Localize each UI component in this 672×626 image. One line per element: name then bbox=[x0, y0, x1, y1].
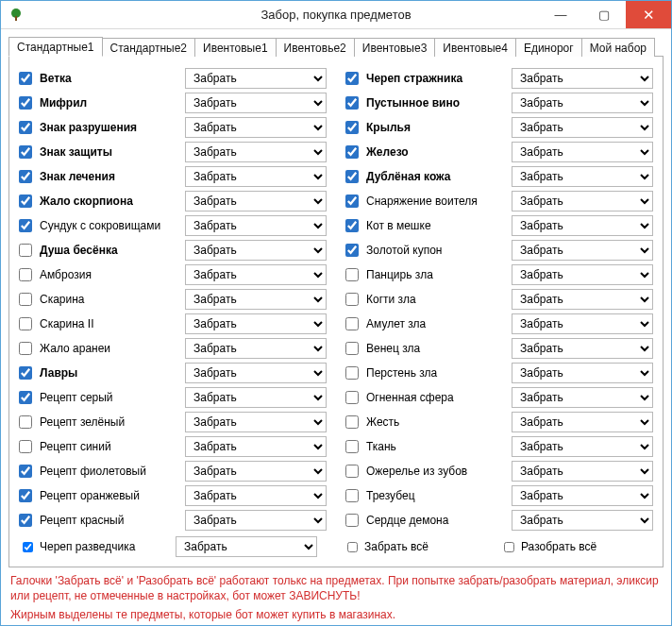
item-checkbox[interactable] bbox=[345, 415, 359, 429]
tab-1[interactable]: Стандартные2 bbox=[102, 38, 196, 57]
item-action-select[interactable]: Забрать bbox=[185, 485, 327, 506]
item-action-select[interactable]: Забрать bbox=[512, 338, 653, 359]
item-action-select[interactable]: Забрать bbox=[176, 536, 317, 557]
window-buttons: — ▢ ✕ bbox=[539, 1, 671, 28]
close-button[interactable]: ✕ bbox=[626, 1, 671, 28]
item-action-select[interactable]: Забрать bbox=[185, 510, 327, 531]
item-checkbox[interactable] bbox=[345, 219, 359, 232]
item-action-select[interactable]: Забрать bbox=[512, 117, 653, 138]
item-checkbox[interactable] bbox=[345, 514, 359, 527]
item-checkbox[interactable] bbox=[345, 317, 359, 330]
item-action-select[interactable]: Забрать bbox=[512, 215, 653, 236]
item-checkbox[interactable] bbox=[19, 465, 32, 478]
item-checkbox[interactable] bbox=[345, 268, 359, 281]
item-checkbox[interactable] bbox=[345, 465, 359, 478]
item-checkbox[interactable] bbox=[19, 342, 32, 355]
item-checkbox[interactable] bbox=[345, 366, 359, 380]
item-checkbox[interactable] bbox=[345, 440, 359, 453]
item-action-select[interactable]: Забрать bbox=[185, 117, 327, 138]
item-label: Череп стражника bbox=[366, 72, 508, 85]
item-label: Знак защиты bbox=[40, 145, 181, 159]
item-action-select[interactable]: Забрать bbox=[185, 387, 327, 408]
tab-0[interactable]: Стандартные1 bbox=[8, 37, 103, 57]
tab-5[interactable]: Ивентовые4 bbox=[434, 38, 516, 57]
item-action-select[interactable]: Забрать bbox=[512, 313, 653, 334]
item-action-select[interactable]: Забрать bbox=[185, 191, 327, 211]
item-checkbox[interactable] bbox=[345, 391, 359, 404]
item-action-select[interactable]: Забрать bbox=[512, 93, 653, 113]
item-checkbox[interactable] bbox=[19, 219, 32, 232]
disassemble-all-checkbox[interactable] bbox=[504, 541, 514, 553]
item-checkbox[interactable] bbox=[19, 145, 32, 159]
item-action-select[interactable]: Забрать bbox=[512, 436, 653, 457]
item-checkbox[interactable] bbox=[19, 415, 32, 429]
item-label: Ткань bbox=[366, 440, 508, 453]
item-action-select[interactable]: Забрать bbox=[512, 240, 653, 261]
item-checkbox[interactable] bbox=[19, 293, 32, 306]
item-checkbox[interactable] bbox=[345, 72, 359, 85]
item-checkbox[interactable] bbox=[23, 541, 33, 553]
item-checkbox[interactable] bbox=[19, 195, 32, 208]
item-checkbox[interactable] bbox=[345, 342, 359, 355]
item-action-select[interactable]: Забрать bbox=[185, 412, 327, 432]
item-action-select[interactable]: Забрать bbox=[512, 461, 653, 482]
item-action-select[interactable]: Забрать bbox=[512, 142, 653, 162]
maximize-button[interactable]: ▢ bbox=[582, 1, 626, 28]
item-checkbox[interactable] bbox=[19, 268, 32, 281]
item-checkbox[interactable] bbox=[19, 440, 32, 453]
item-checkbox[interactable] bbox=[19, 170, 32, 183]
item-action-select[interactable]: Забрать bbox=[512, 68, 653, 89]
item-checkbox[interactable] bbox=[19, 366, 32, 380]
item-checkbox[interactable] bbox=[19, 121, 32, 134]
item-checkbox[interactable] bbox=[19, 96, 32, 110]
item-action-select[interactable]: Забрать bbox=[512, 485, 653, 506]
item-action-select[interactable]: Забрать bbox=[185, 461, 327, 482]
minimize-button[interactable]: — bbox=[539, 1, 582, 28]
item-checkbox[interactable] bbox=[345, 121, 359, 134]
take-all-checkbox[interactable] bbox=[347, 541, 358, 553]
item-row: Знак леченияЗабрать bbox=[19, 164, 327, 189]
item-action-select[interactable]: Забрать bbox=[512, 264, 653, 285]
tab-6[interactable]: Единорог bbox=[515, 38, 582, 57]
item-checkbox[interactable] bbox=[19, 244, 32, 257]
tab-3[interactable]: Ивентовье2 bbox=[276, 38, 355, 57]
item-checkbox[interactable] bbox=[19, 317, 32, 330]
item-action-select[interactable]: Забрать bbox=[185, 215, 327, 236]
item-action-select[interactable]: Забрать bbox=[512, 166, 653, 187]
item-action-select[interactable]: Забрать bbox=[185, 142, 327, 162]
item-checkbox[interactable] bbox=[345, 170, 359, 183]
item-label: Сундук с сокровищами bbox=[40, 219, 181, 232]
item-action-select[interactable]: Забрать bbox=[185, 240, 327, 261]
item-action-select[interactable]: Забрать bbox=[512, 510, 653, 531]
item-action-select[interactable]: Забрать bbox=[185, 93, 327, 113]
item-action-select[interactable]: Забрать bbox=[512, 387, 653, 408]
item-action-select[interactable]: Забрать bbox=[185, 436, 327, 457]
item-checkbox[interactable] bbox=[19, 72, 32, 85]
item-action-select[interactable]: Забрать bbox=[185, 363, 327, 383]
tab-2[interactable]: Ивентовые1 bbox=[194, 38, 277, 57]
item-checkbox[interactable] bbox=[345, 195, 359, 208]
item-action-select[interactable]: Забрать bbox=[185, 68, 327, 89]
item-action-select[interactable]: Забрать bbox=[512, 289, 653, 310]
item-checkbox[interactable] bbox=[345, 145, 359, 159]
item-row: Жало аранеиЗабрать bbox=[19, 336, 327, 361]
item-action-select[interactable]: Забрать bbox=[512, 191, 653, 211]
item-action-select[interactable]: Забрать bbox=[512, 412, 653, 432]
item-checkbox[interactable] bbox=[345, 244, 359, 257]
tab-7[interactable]: Мой набор bbox=[581, 38, 655, 57]
tab-4[interactable]: Ивентовые3 bbox=[354, 38, 436, 57]
item-label: Амулет зла bbox=[366, 317, 508, 330]
item-checkbox[interactable] bbox=[19, 489, 32, 502]
item-checkbox[interactable] bbox=[345, 489, 359, 502]
item-action-select[interactable]: Забрать bbox=[185, 338, 327, 359]
item-checkbox[interactable] bbox=[19, 514, 32, 527]
item-action-select[interactable]: Забрать bbox=[185, 166, 327, 187]
item-checkbox[interactable] bbox=[345, 293, 359, 306]
item-action-select[interactable]: Забрать bbox=[185, 264, 327, 285]
item-action-select[interactable]: Забрать bbox=[185, 313, 327, 334]
item-label: Жало скорпиона bbox=[40, 195, 181, 208]
item-action-select[interactable]: Забрать bbox=[512, 363, 653, 383]
item-action-select[interactable]: Забрать bbox=[185, 289, 327, 310]
item-checkbox[interactable] bbox=[345, 96, 359, 110]
item-checkbox[interactable] bbox=[19, 391, 32, 404]
